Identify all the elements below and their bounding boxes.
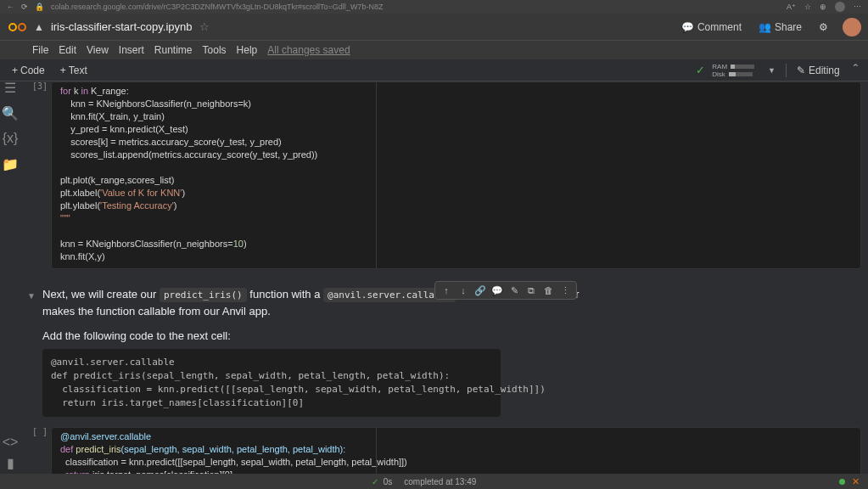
read-icon[interactable]: A⁺ xyxy=(787,3,796,11)
comment-button[interactable]: 💬 Comment xyxy=(676,18,747,37)
mirror-icon[interactable]: ⧉ xyxy=(525,284,537,296)
text-cell-1[interactable]: ↑ ↓ 🔗 💬 ✎ ⧉ 🗑 ⋮ ▼ Next, we will create o… xyxy=(42,286,585,344)
add-text-label: Text xyxy=(69,65,87,76)
menu-help[interactable]: Help xyxy=(237,44,258,56)
add-code-label: Code xyxy=(20,65,45,76)
left-rail: ☰ 🔍 {x} 📁 <> ▮ xyxy=(0,82,20,474)
doc-title[interactable]: iris-classifier-start-copy.ipynb xyxy=(51,20,193,33)
editing-label: Editing xyxy=(809,65,840,76)
save-status: All changes saved xyxy=(267,44,350,56)
terminal-icon[interactable]: ▮ xyxy=(4,457,16,469)
text-fragment: function with a xyxy=(247,288,323,301)
toc-icon[interactable]: ☰ xyxy=(4,82,16,93)
settings-button[interactable]: ⚙ xyxy=(814,18,836,37)
lock-icon: 🔒 xyxy=(35,3,44,11)
section-collapse-icon[interactable]: ▼ xyxy=(27,288,36,304)
url-bar[interactable]: colab.research.google.com/drive/rC3P2C3D… xyxy=(51,3,780,11)
more-icon[interactable]: ⋮ xyxy=(559,284,571,296)
code-cell-2[interactable]: [ ] @anvil.server.callable def predict_i… xyxy=(22,427,861,474)
drive-icon: ▲ xyxy=(34,21,44,33)
resource-indicator[interactable]: RAM Disk xyxy=(712,63,754,78)
divider xyxy=(786,64,787,77)
menu-insert[interactable]: Insert xyxy=(119,44,144,56)
gear-icon: ⚙ xyxy=(819,21,831,33)
share-icon: 👥 xyxy=(759,21,771,33)
editing-mode-button[interactable]: ✎ Editing xyxy=(790,63,847,78)
code-cell-1[interactable]: [3] for k in K_range: knn = KNeighborsCl… xyxy=(22,82,861,269)
status-check-icon: ✓ xyxy=(372,477,378,486)
connected-check-icon: ✓ xyxy=(696,64,705,76)
status-completed: completed at 13:49 xyxy=(404,477,476,486)
markdown-code-block: @anvil.server.callable def predict_iris(… xyxy=(42,349,501,417)
pencil-icon: ✎ xyxy=(797,65,805,76)
colab-header: ▲ iris-classifier-start-copy.ipynb ☆ 💬 C… xyxy=(0,14,868,41)
resource-dropdown-icon[interactable]: ▼ xyxy=(768,66,776,75)
menu-runtime[interactable]: Runtime xyxy=(154,44,193,56)
collapse-icon[interactable]: ˆ xyxy=(848,63,863,78)
colab-avatar[interactable] xyxy=(843,18,861,37)
link-icon[interactable]: 🔗 xyxy=(474,284,486,296)
variables-icon[interactable]: {x} xyxy=(4,132,16,144)
code-editor[interactable]: @anvil.server.callable def predict_iris(… xyxy=(51,427,861,474)
colab-logo[interactable] xyxy=(7,17,27,37)
cell-toolbar: ↑ ↓ 🔗 💬 ✎ ⧉ 🗑 ⋮ xyxy=(434,281,577,300)
star-icon[interactable]: ☆ xyxy=(804,3,811,11)
cell-prompt: [ ] xyxy=(22,427,51,436)
share-label: Share xyxy=(775,21,802,33)
back-icon[interactable]: ← xyxy=(7,3,14,11)
star-doc-icon[interactable]: ☆ xyxy=(199,20,210,33)
ram-label: RAM xyxy=(712,63,727,70)
code-snippet-icon[interactable]: <> xyxy=(4,436,16,448)
share-button[interactable]: 👥 Share xyxy=(753,18,807,37)
disk-label: Disk xyxy=(712,70,725,78)
cell-prompt: [3] xyxy=(22,82,51,91)
text-fragment: Next, we will create our xyxy=(42,288,160,301)
text-line: Add the following code to the next cell: xyxy=(42,328,585,344)
menubar: File Edit View Insert Runtime Tools Help… xyxy=(0,41,868,59)
comment-label: Comment xyxy=(697,21,742,33)
column-guide xyxy=(376,82,377,268)
status-time: 0s xyxy=(384,477,393,486)
comment-icon: 💬 xyxy=(681,21,694,33)
browser-chrome: ← ⟳ 🔒 colab.research.google.com/drive/rC… xyxy=(0,0,868,14)
notebook-main: [3] for k in K_range: knn = KNeighborsCl… xyxy=(20,82,868,474)
edit-cell-icon[interactable]: ✎ xyxy=(508,284,520,296)
menu-tools[interactable]: Tools xyxy=(203,44,227,56)
delete-icon[interactable]: 🗑 xyxy=(542,284,554,296)
reload-icon[interactable]: ⟳ xyxy=(21,3,28,11)
code-editor[interactable]: for k in K_range: knn = KNeighborsClassi… xyxy=(51,82,861,269)
code-content: @anvil.server.callable def predict_iris(… xyxy=(60,430,852,474)
menu-icon[interactable]: ⋯ xyxy=(854,3,861,11)
status-bar: ✓ 0s completed at 13:49 ✕ xyxy=(0,474,868,489)
add-text-button[interactable]: + Text xyxy=(53,63,94,78)
menu-edit[interactable]: Edit xyxy=(59,44,76,56)
browser-avatar[interactable] xyxy=(835,2,845,12)
toolbar: + Code + Text ✓ RAM Disk ▼ ✎ Editing ˆ xyxy=(0,59,868,82)
add-code-button[interactable]: + Code xyxy=(5,63,52,78)
extension-icon[interactable]: ⊕ xyxy=(820,3,826,11)
menu-view[interactable]: View xyxy=(87,44,109,56)
folder-icon[interactable]: 📁 xyxy=(4,158,16,170)
column-guide xyxy=(376,428,377,474)
code-content: for k in K_range: knn = KNeighborsClassi… xyxy=(60,85,852,263)
move-up-icon[interactable]: ↑ xyxy=(440,284,452,296)
comment-cell-icon[interactable]: 💬 xyxy=(491,284,503,296)
kernel-status-icon xyxy=(839,479,845,485)
menu-file[interactable]: File xyxy=(32,44,48,56)
move-down-icon[interactable]: ↓ xyxy=(457,284,469,296)
inline-code: predict_iris() xyxy=(160,288,247,302)
plus-icon: + xyxy=(60,65,66,76)
search-icon[interactable]: 🔍 xyxy=(4,107,16,119)
close-status-icon[interactable]: ✕ xyxy=(852,476,860,487)
plus-icon: + xyxy=(12,65,18,76)
